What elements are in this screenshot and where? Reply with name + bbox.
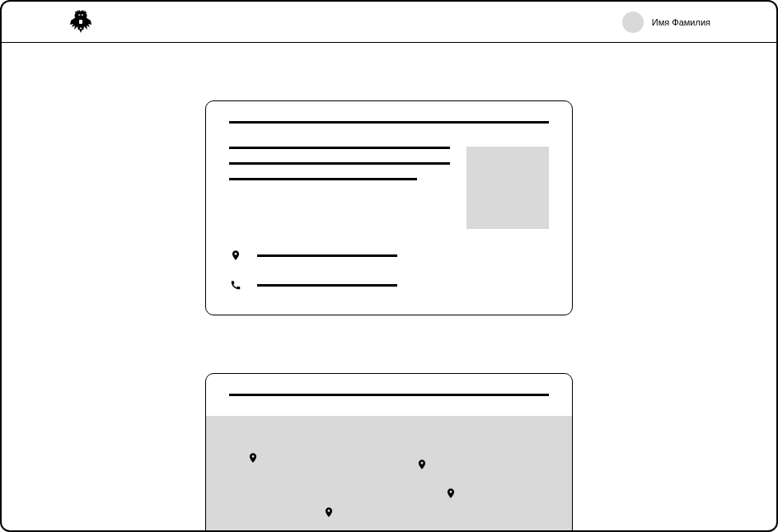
map-card-title-placeholder bbox=[229, 394, 549, 396]
username: Имя Фамилия bbox=[652, 17, 710, 27]
phone-icon bbox=[229, 278, 242, 292]
svg-rect-2 bbox=[79, 20, 82, 24]
map-pin-icon[interactable] bbox=[323, 505, 335, 520]
card-body bbox=[229, 147, 549, 229]
description-lines bbox=[229, 147, 450, 229]
map-pin-icon[interactable] bbox=[247, 450, 259, 465]
user-info[interactable]: Имя Фамилия bbox=[622, 12, 710, 33]
text-line bbox=[229, 178, 417, 180]
card-title-placeholder bbox=[229, 121, 549, 124]
address-placeholder bbox=[257, 254, 397, 257]
address-row bbox=[229, 249, 549, 262]
header: Имя Фамилия bbox=[2, 2, 776, 43]
avatar bbox=[622, 12, 644, 33]
content-area bbox=[2, 43, 776, 532]
text-line bbox=[229, 147, 450, 149]
app-frame: Имя Фамилия bbox=[0, 0, 778, 532]
phone-placeholder bbox=[257, 284, 397, 287]
logo[interactable] bbox=[68, 9, 94, 35]
phone-row bbox=[229, 278, 549, 292]
map-pin-icon[interactable] bbox=[445, 486, 457, 501]
image-placeholder bbox=[466, 147, 549, 229]
map-pin-icon[interactable] bbox=[416, 457, 428, 472]
info-card bbox=[205, 100, 573, 315]
text-line bbox=[229, 162, 450, 165]
map-area[interactable] bbox=[206, 416, 572, 532]
eagle-emblem-icon bbox=[68, 9, 94, 35]
map-card bbox=[205, 373, 573, 532]
location-pin-icon bbox=[229, 249, 242, 262]
